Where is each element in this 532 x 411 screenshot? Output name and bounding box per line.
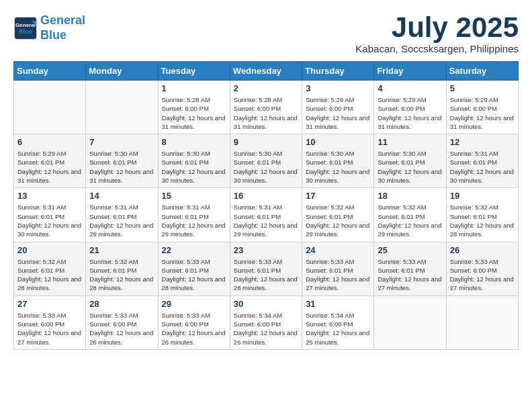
cell-info: Sunrise: 5:28 AM Sunset: 6:00 PM Dayligh… bbox=[234, 95, 298, 131]
calendar-cell: 15Sunrise: 5:31 AM Sunset: 6:01 PM Dayli… bbox=[158, 188, 230, 242]
calendar-cell: 27Sunrise: 5:33 AM Sunset: 6:00 PM Dayli… bbox=[14, 295, 86, 349]
day-number: 8 bbox=[162, 137, 226, 147]
cell-info: Sunrise: 5:30 AM Sunset: 6:01 PM Dayligh… bbox=[162, 149, 226, 185]
calendar-cell: 31Sunrise: 5:34 AM Sunset: 6:00 PM Dayli… bbox=[302, 295, 374, 349]
calendar-cell: 11Sunrise: 5:30 AM Sunset: 6:01 PM Dayli… bbox=[374, 134, 446, 188]
cell-info: Sunrise: 5:33 AM Sunset: 6:01 PM Dayligh… bbox=[306, 257, 370, 293]
day-number: 2 bbox=[234, 83, 298, 93]
logo-text: GeneralBlue bbox=[40, 13, 85, 42]
weekday-header-row: SundayMondayTuesdayWednesdayThursdayFrid… bbox=[14, 62, 519, 81]
calendar-cell: 9Sunrise: 5:30 AM Sunset: 6:01 PM Daylig… bbox=[230, 134, 302, 188]
page-header: General Blue GeneralBlue July 2025 Kabac… bbox=[13, 13, 519, 54]
cell-info: Sunrise: 5:31 AM Sunset: 6:01 PM Dayligh… bbox=[234, 203, 298, 238]
calendar-cell: 23Sunrise: 5:33 AM Sunset: 6:01 PM Dayli… bbox=[230, 242, 302, 295]
cell-info: Sunrise: 5:32 AM Sunset: 6:01 PM Dayligh… bbox=[89, 257, 154, 293]
calendar-cell: 20Sunrise: 5:32 AM Sunset: 6:01 PM Dayli… bbox=[14, 242, 86, 295]
calendar-cell: 18Sunrise: 5:32 AM Sunset: 6:01 PM Dayli… bbox=[374, 188, 446, 242]
cell-info: Sunrise: 5:33 AM Sunset: 6:00 PM Dayligh… bbox=[17, 311, 82, 347]
calendar-cell: 8Sunrise: 5:30 AM Sunset: 6:01 PM Daylig… bbox=[158, 134, 230, 188]
calendar-cell: 12Sunrise: 5:31 AM Sunset: 6:01 PM Dayli… bbox=[446, 134, 518, 188]
cell-info: Sunrise: 5:32 AM Sunset: 6:01 PM Dayligh… bbox=[450, 203, 515, 238]
logo-icon: General Blue bbox=[13, 16, 38, 40]
cell-info: Sunrise: 5:28 AM Sunset: 6:00 PM Dayligh… bbox=[162, 95, 226, 131]
svg-text:Blue: Blue bbox=[19, 28, 32, 35]
logo: General Blue GeneralBlue bbox=[13, 13, 85, 42]
cell-info: Sunrise: 5:32 AM Sunset: 6:01 PM Dayligh… bbox=[17, 257, 82, 293]
title-block: July 2025 Kabacan, Soccsksargen, Philipp… bbox=[355, 13, 519, 54]
cell-info: Sunrise: 5:30 AM Sunset: 6:01 PM Dayligh… bbox=[89, 149, 154, 185]
calendar-cell: 21Sunrise: 5:32 AM Sunset: 6:01 PM Dayli… bbox=[86, 242, 158, 295]
day-number: 6 bbox=[17, 137, 82, 147]
calendar-week-3: 13Sunrise: 5:31 AM Sunset: 6:01 PM Dayli… bbox=[14, 188, 519, 242]
calendar-cell: 1Sunrise: 5:28 AM Sunset: 6:00 PM Daylig… bbox=[158, 81, 230, 134]
day-number: 31 bbox=[306, 299, 370, 309]
day-number: 9 bbox=[234, 137, 298, 147]
cell-info: Sunrise: 5:33 AM Sunset: 6:00 PM Dayligh… bbox=[162, 311, 226, 347]
cell-info: Sunrise: 5:30 AM Sunset: 6:01 PM Dayligh… bbox=[378, 149, 442, 185]
calendar-cell: 4Sunrise: 5:29 AM Sunset: 6:00 PM Daylig… bbox=[374, 81, 446, 134]
weekday-header-tuesday: Tuesday bbox=[158, 62, 230, 81]
day-number: 19 bbox=[450, 191, 515, 201]
calendar-cell: 6Sunrise: 5:29 AM Sunset: 6:01 PM Daylig… bbox=[14, 134, 86, 188]
cell-info: Sunrise: 5:33 AM Sunset: 6:01 PM Dayligh… bbox=[234, 257, 298, 293]
day-number: 10 bbox=[306, 137, 370, 147]
calendar-week-2: 6Sunrise: 5:29 AM Sunset: 6:01 PM Daylig… bbox=[14, 134, 519, 188]
svg-text:General: General bbox=[15, 22, 36, 28]
cell-info: Sunrise: 5:29 AM Sunset: 6:01 PM Dayligh… bbox=[17, 149, 82, 185]
cell-info: Sunrise: 5:34 AM Sunset: 6:00 PM Dayligh… bbox=[234, 311, 298, 347]
cell-info: Sunrise: 5:29 AM Sunset: 6:00 PM Dayligh… bbox=[450, 95, 515, 131]
day-number: 20 bbox=[17, 245, 82, 255]
day-number: 15 bbox=[162, 191, 226, 201]
calendar-cell: 28Sunrise: 5:33 AM Sunset: 6:00 PM Dayli… bbox=[86, 295, 158, 349]
cell-info: Sunrise: 5:30 AM Sunset: 6:01 PM Dayligh… bbox=[306, 149, 370, 185]
calendar-cell: 14Sunrise: 5:31 AM Sunset: 6:01 PM Dayli… bbox=[86, 188, 158, 242]
cell-info: Sunrise: 5:33 AM Sunset: 6:00 PM Dayligh… bbox=[450, 257, 515, 293]
weekday-header-sunday: Sunday bbox=[14, 62, 86, 81]
calendar-cell bbox=[14, 81, 86, 134]
cell-info: Sunrise: 5:34 AM Sunset: 6:00 PM Dayligh… bbox=[306, 311, 370, 347]
calendar-cell: 10Sunrise: 5:30 AM Sunset: 6:01 PM Dayli… bbox=[302, 134, 374, 188]
calendar-cell: 7Sunrise: 5:30 AM Sunset: 6:01 PM Daylig… bbox=[86, 134, 158, 188]
cell-info: Sunrise: 5:30 AM Sunset: 6:01 PM Dayligh… bbox=[234, 149, 298, 185]
calendar-cell: 24Sunrise: 5:33 AM Sunset: 6:01 PM Dayli… bbox=[302, 242, 374, 295]
day-number: 26 bbox=[450, 245, 515, 255]
calendar-cell: 19Sunrise: 5:32 AM Sunset: 6:01 PM Dayli… bbox=[446, 188, 518, 242]
day-number: 23 bbox=[234, 245, 298, 255]
weekday-header-monday: Monday bbox=[86, 62, 158, 81]
cell-info: Sunrise: 5:32 AM Sunset: 6:01 PM Dayligh… bbox=[306, 203, 370, 238]
calendar-cell: 30Sunrise: 5:34 AM Sunset: 6:00 PM Dayli… bbox=[230, 295, 302, 349]
day-number: 28 bbox=[89, 299, 154, 309]
weekday-header-friday: Friday bbox=[374, 62, 446, 81]
calendar-cell: 25Sunrise: 5:33 AM Sunset: 6:01 PM Dayli… bbox=[374, 242, 446, 295]
day-number: 4 bbox=[378, 83, 442, 93]
calendar-cell bbox=[86, 81, 158, 134]
day-number: 29 bbox=[162, 299, 226, 309]
day-number: 21 bbox=[89, 245, 154, 255]
cell-info: Sunrise: 5:33 AM Sunset: 6:00 PM Dayligh… bbox=[89, 311, 154, 347]
weekday-header-saturday: Saturday bbox=[446, 62, 518, 81]
calendar-cell bbox=[446, 295, 518, 349]
calendar-cell: 2Sunrise: 5:28 AM Sunset: 6:00 PM Daylig… bbox=[230, 81, 302, 134]
month-year-title: July 2025 bbox=[355, 13, 519, 42]
calendar-week-4: 20Sunrise: 5:32 AM Sunset: 6:01 PM Dayli… bbox=[14, 242, 519, 295]
day-number: 16 bbox=[234, 191, 298, 201]
day-number: 18 bbox=[378, 191, 442, 201]
cell-info: Sunrise: 5:31 AM Sunset: 6:01 PM Dayligh… bbox=[17, 203, 82, 238]
calendar-cell: 17Sunrise: 5:32 AM Sunset: 6:01 PM Dayli… bbox=[302, 188, 374, 242]
calendar-cell: 13Sunrise: 5:31 AM Sunset: 6:01 PM Dayli… bbox=[14, 188, 86, 242]
cell-info: Sunrise: 5:31 AM Sunset: 6:01 PM Dayligh… bbox=[162, 203, 226, 238]
location-subtitle: Kabacan, Soccsksargen, Philippines bbox=[355, 43, 519, 54]
calendar-cell: 5Sunrise: 5:29 AM Sunset: 6:00 PM Daylig… bbox=[446, 81, 518, 134]
weekday-header-thursday: Thursday bbox=[302, 62, 374, 81]
calendar-cell: 22Sunrise: 5:33 AM Sunset: 6:01 PM Dayli… bbox=[158, 242, 230, 295]
cell-info: Sunrise: 5:31 AM Sunset: 6:01 PM Dayligh… bbox=[450, 149, 515, 185]
day-number: 12 bbox=[450, 137, 515, 147]
calendar-cell: 26Sunrise: 5:33 AM Sunset: 6:00 PM Dayli… bbox=[446, 242, 518, 295]
calendar-cell bbox=[374, 295, 446, 349]
day-number: 25 bbox=[378, 245, 442, 255]
cell-info: Sunrise: 5:31 AM Sunset: 6:01 PM Dayligh… bbox=[89, 203, 154, 238]
cell-info: Sunrise: 5:29 AM Sunset: 6:00 PM Dayligh… bbox=[306, 95, 370, 131]
calendar-cell: 16Sunrise: 5:31 AM Sunset: 6:01 PM Dayli… bbox=[230, 188, 302, 242]
day-number: 27 bbox=[17, 299, 82, 309]
day-number: 11 bbox=[378, 137, 442, 147]
